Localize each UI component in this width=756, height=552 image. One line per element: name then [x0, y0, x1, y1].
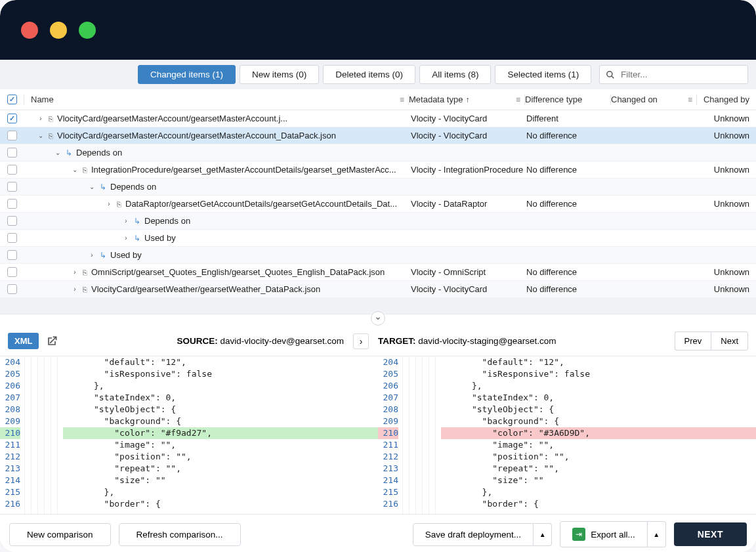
chevron-right-icon[interactable]: ›	[122, 234, 130, 242]
row-checkbox[interactable]	[7, 233, 17, 243]
prev-diff-button[interactable]: Prev	[675, 331, 711, 350]
row-diff-type: No difference	[526, 165, 612, 175]
xml-toggle-button[interactable]: XML	[8, 333, 39, 349]
column-name-header[interactable]: Name	[31, 95, 54, 104]
row-diff-type: No difference	[526, 131, 612, 140]
save-draft-caret[interactable]: ▲	[534, 523, 552, 546]
chevron-down-icon[interactable]: ⌄	[88, 183, 96, 190]
export-all-button[interactable]: ⇥ Export all...	[560, 521, 648, 547]
target-pane: 204205206207208209210211212213214215216 …	[378, 356, 756, 514]
chevron-right-icon[interactable]: ›	[122, 217, 130, 224]
chevron-right-icon[interactable]: ›	[88, 251, 96, 259]
row-changed-by: Unknown	[697, 165, 756, 175]
diff-resize-handle[interactable]	[0, 314, 756, 326]
table-row[interactable]: ›⎘VlocityCard/gearsetWeather/gearsetWeat…	[0, 281, 756, 298]
line-number-gutter: 204205206207208209210211212213214215216	[378, 356, 403, 514]
table-row[interactable]: ›⎘VlocityCard/gearsetMasterAccount/gears…	[0, 110, 756, 127]
row-checkbox[interactable]	[7, 250, 17, 260]
table-row[interactable]: ›⎘OmniScript/gearset_Quotes_English/gear…	[0, 264, 756, 281]
row-checkbox[interactable]	[7, 216, 17, 226]
chevron-down-icon[interactable]: ⌄	[71, 166, 79, 173]
row-checkbox[interactable]	[7, 114, 17, 123]
tab-selected-items[interactable]: Selected items (1)	[495, 65, 591, 84]
tabs: Changed items (1) New items (0) Deleted …	[138, 65, 591, 84]
row-name-text: VlocityCard/gearsetMasterAccount/gearset…	[57, 131, 336, 140]
share-icon[interactable]	[45, 335, 58, 348]
row-name-text: OmniScript/gearset_Quotes_English/gearse…	[91, 267, 385, 277]
table-row[interactable]: ⌄↳Depends on	[0, 179, 756, 196]
file-icon: ⎘	[83, 268, 87, 276]
close-window-button[interactable]	[21, 22, 38, 39]
row-checkbox[interactable]	[7, 148, 17, 158]
table-row[interactable]: ⌄⎘IntegrationProcedure/gearset_getMaster…	[0, 161, 756, 179]
select-all-checkbox[interactable]	[7, 95, 17, 104]
chevron-right-icon[interactable]: ›	[71, 268, 79, 276]
table-row[interactable]: ›↳Depends on	[0, 213, 756, 230]
code-content[interactable]: "default": "12", "isResponsive": false }…	[436, 356, 756, 514]
row-checkbox[interactable]	[7, 131, 17, 140]
column-diff-header[interactable]: Difference type	[525, 95, 582, 104]
column-menu-icon[interactable]: ≡	[514, 94, 522, 106]
chevron-down-icon[interactable]	[371, 311, 385, 326]
column-menu-icon[interactable]: ≡	[398, 94, 406, 106]
table-row[interactable]: ›↳Used by	[0, 230, 756, 247]
row-metadata-type: Vlocity - VlocityCard	[411, 114, 526, 123]
diff-panes: 204205206207208209210211212213214215216 …	[0, 356, 756, 514]
diff-toolbar: XML SOURCE: david-vlocity-dev@gearset.co…	[0, 326, 756, 356]
tab-new-items[interactable]: New items (0)	[240, 65, 319, 84]
file-icon: ⎘	[83, 286, 87, 293]
dependency-arrow-icon: ↳	[100, 251, 106, 260]
file-icon: ⎘	[117, 200, 121, 208]
refresh-comparison-button[interactable]: Refresh comparison...	[119, 523, 241, 546]
maximize-window-button[interactable]	[79, 22, 96, 39]
row-checkbox[interactable]	[7, 267, 17, 277]
dependency-arrow-icon: ↳	[134, 217, 140, 226]
sort-ascending-icon: ↑	[465, 95, 469, 104]
filter-input[interactable]	[599, 65, 748, 84]
row-name-text: DataRaptor/gearsetGetAccountDetails/gear…	[125, 199, 397, 209]
column-metadata-header[interactable]: Metadata type↑	[409, 95, 469, 104]
chevron-right-icon[interactable]: ›	[105, 200, 113, 207]
target-label: TARGET: david-vlocity-staging@gearset.co…	[378, 336, 556, 346]
row-checkbox[interactable]	[7, 199, 17, 209]
row-metadata-type: Vlocity - VlocityCard	[411, 131, 526, 140]
row-metadata-type: Vlocity - VlocityCard	[411, 284, 526, 294]
row-name-text: Used by	[144, 233, 176, 243]
table-body: ›⎘VlocityCard/gearsetMasterAccount/gears…	[0, 110, 756, 298]
dependency-arrow-icon: ↳	[66, 148, 72, 158]
row-name-text: Depends on	[76, 148, 122, 158]
table-row[interactable]: ⌄↳Depends on	[0, 144, 756, 161]
table-row[interactable]: ›⎘DataRaptor/gearsetGetAccountDetails/ge…	[0, 196, 756, 213]
row-changed-by: Unknown	[697, 131, 756, 140]
minimize-window-button[interactable]	[50, 22, 67, 39]
row-checkbox[interactable]	[7, 182, 17, 192]
table-row[interactable]: ⌄⎘VlocityCard/gearsetMasterAccount/gears…	[0, 127, 756, 144]
row-name-text: IntegrationProcedure/gearset_getMasterAc…	[91, 165, 396, 175]
tab-changed-items[interactable]: Changed items (1)	[138, 65, 236, 84]
row-checkbox[interactable]	[7, 165, 17, 175]
table-row[interactable]: ›↳Used by	[0, 247, 756, 264]
swap-source-target-button[interactable]: ›	[353, 333, 369, 349]
column-changed-on-header[interactable]: Changed on	[611, 95, 658, 104]
export-all-caret[interactable]: ▲	[648, 521, 666, 547]
code-content[interactable]: "default": "12", "isResponsive": false }…	[58, 356, 378, 514]
column-changed-by-header[interactable]: Changed by	[697, 95, 756, 104]
chevron-right-icon[interactable]: ›	[71, 286, 79, 293]
dependency-arrow-icon: ↳	[134, 234, 140, 243]
row-changed-by: Unknown	[697, 284, 756, 294]
row-diff-type: No difference	[526, 267, 612, 277]
row-checkbox[interactable]	[7, 284, 17, 294]
save-draft-deployment-button[interactable]: Save draft deployment...	[413, 523, 534, 546]
new-comparison-button[interactable]: New comparison	[9, 523, 111, 546]
chevron-down-icon[interactable]: ⌄	[37, 132, 45, 139]
chevron-right-icon[interactable]: ›	[37, 115, 45, 122]
next-diff-button[interactable]: Next	[711, 331, 748, 350]
chevron-down-icon[interactable]: ⌄	[54, 149, 62, 156]
table-header: Name ≡ Metadata type↑ ≡ Difference type …	[0, 89, 756, 110]
column-menu-icon[interactable]: ≡	[686, 94, 694, 106]
tab-all-items[interactable]: All items (8)	[419, 65, 491, 84]
tab-deleted-items[interactable]: Deleted items (0)	[323, 65, 415, 84]
toolbar: Changed items (1) New items (0) Deleted …	[0, 60, 756, 89]
row-name-text: Depends on	[110, 182, 156, 192]
next-button[interactable]: NEXT	[674, 522, 747, 546]
